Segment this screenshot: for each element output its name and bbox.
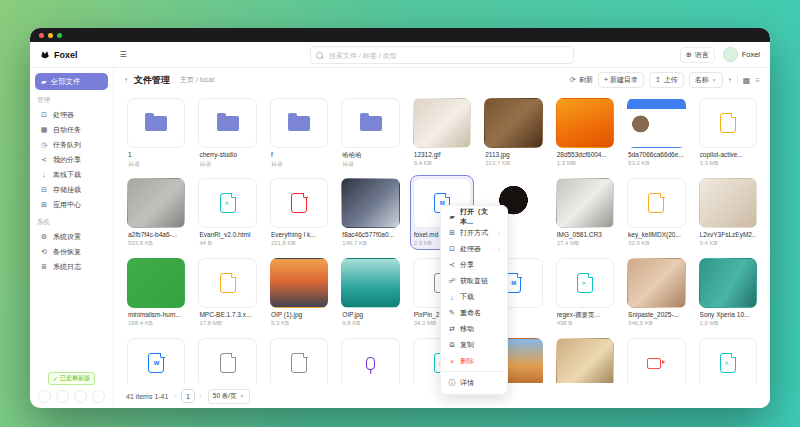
refresh-button[interactable]: ⟳ 刷新: [570, 75, 593, 85]
search-input[interactable]: [327, 51, 568, 60]
file-tile[interactable]: >_ EvanRi_v2.0.html 44 B: [195, 175, 259, 250]
folder-icon: ▰: [41, 78, 46, 86]
prev-page-button[interactable]: ‹: [174, 392, 177, 401]
file-tile[interactable]: >_: [696, 335, 760, 383]
context-menu-item-label: 重命名: [460, 308, 481, 318]
submenu-arrow-icon: ›: [498, 246, 500, 252]
context-menu-item[interactable]: × 删除: [441, 353, 507, 369]
file-tile[interactable]: >_ regex-摘要页... 438 B: [553, 255, 617, 330]
file-tile[interactable]: 5da7066ca66d6e... 53.2 KB: [624, 95, 688, 170]
current-page-button[interactable]: 1: [181, 389, 195, 403]
file-tile[interactable]: 12312.gif 9.4 KB: [410, 95, 474, 170]
file-tile[interactable]: OIP (1).jpg 5.3 KB: [267, 255, 331, 330]
update-status-badge[interactable]: ✓ 已是最新版: [48, 372, 95, 385]
sidebar-item[interactable]: ↓ 离线下载: [35, 167, 108, 182]
upload-button[interactable]: ↥ 上传: [649, 72, 684, 88]
breadcrumb[interactable]: 主页 / local: [180, 75, 214, 85]
app-logo[interactable]: Foxel: [40, 50, 78, 60]
file-tile[interactable]: L2xvY3FsLzEyM2... 9.4 KB: [696, 175, 760, 250]
sidebar-item[interactable]: ≺ 我的分享: [35, 152, 108, 167]
file-tile[interactable]: OIP.jpg 9.8 KB: [338, 255, 402, 330]
context-menu: ▰ 打开（文本... ⊞ 打开方式 › ⊡ 处理器 › ≺ 分享 ☍ 获取直链 …: [440, 205, 508, 395]
file-thumbnail: [556, 98, 614, 148]
context-menu-item[interactable]: ✎ 重命名: [441, 305, 507, 321]
navigate-up-button[interactable]: ↑: [124, 76, 128, 85]
user-name: Foxel: [742, 50, 760, 59]
file-tile[interactable]: a2fb7f4c-b4a6-... 533.8 KB: [124, 175, 188, 250]
sidebar-item[interactable]: ⊞ 应用中心: [35, 197, 108, 212]
file-tile[interactable]: cherry-studio 目录: [195, 95, 259, 170]
file-tile[interactable]: 2113.jpg 323.7 KB: [481, 95, 545, 170]
file-tile[interactable]: copilot-active... 3.3 MB: [696, 95, 760, 170]
list-view-button[interactable]: ≡: [755, 76, 760, 85]
context-menu-item[interactable]: ⊡ 处理器 ›: [441, 241, 507, 257]
sort-select[interactable]: 名称 ▼: [689, 72, 723, 88]
file-tile[interactable]: 1 目录: [124, 95, 188, 170]
file-tile[interactable]: Everything I k... 221.8 KB: [267, 175, 331, 250]
context-menu-item-label: 分享: [460, 260, 474, 270]
sidebar-footer: ✓ 已是最新版: [30, 372, 113, 403]
sidebar-item-label: 备份恢复: [53, 247, 81, 257]
file-tile[interactable]: [267, 335, 331, 383]
file-tile[interactable]: [624, 335, 688, 383]
sidebar-item[interactable]: ⚙ 系统设置: [35, 229, 108, 244]
file-thumbnail: [627, 258, 685, 308]
next-page-button[interactable]: ›: [199, 392, 202, 401]
sidebar-item[interactable]: ≣ 系统日志: [35, 259, 108, 274]
file-name: key_kellMDX(20...: [628, 231, 684, 239]
chevron-down-icon: ▼: [240, 393, 245, 399]
search-bar[interactable]: [310, 46, 574, 64]
sort-ascending-button[interactable]: ↑: [728, 76, 732, 85]
new-folder-button[interactable]: + 新建目录: [598, 72, 644, 88]
language-button[interactable]: ⊕ 语言: [680, 47, 715, 63]
sidebar-collapse-icon[interactable]: ☰: [120, 50, 127, 59]
sidebar-item[interactable]: ⟲ 备份恢复: [35, 244, 108, 259]
file-tile[interactable]: key_kellMDX(20... 30.9 KB: [624, 175, 688, 250]
file-tile[interactable]: Sony Xperia 10... 1.0 MB: [696, 255, 760, 330]
sidebar-item[interactable]: ⊟ 存储挂载: [35, 182, 108, 197]
file-tile[interactable]: Snipaste_2025-... 346.5 KB: [624, 255, 688, 330]
context-menu-item[interactable]: ⊞ 打开方式 ›: [441, 225, 507, 241]
toolbar: ⟳ 刷新 + 新建目录 ↥ 上传 名称 ▼: [570, 72, 760, 88]
file-tile[interactable]: 哈哈哈 目录: [338, 95, 402, 170]
context-menu-item[interactable]: ▰ 打开（文本...: [441, 209, 507, 225]
context-menu-item[interactable]: ⓘ 详情: [441, 371, 507, 391]
file-tile[interactable]: W: [124, 335, 188, 383]
download-icon: ↓: [448, 294, 456, 301]
file-tile[interactable]: MPC-BE.1.7.3.x... 17.8 MB: [195, 255, 259, 330]
close-window-button[interactable]: [39, 33, 44, 38]
sidebar-item[interactable]: ◷ 任务队列: [35, 137, 108, 152]
grid-view-button[interactable]: ▦: [743, 76, 751, 85]
file-thumbnail: [270, 178, 328, 228]
context-menu-item[interactable]: ≺ 分享: [441, 257, 507, 273]
file-tile[interactable]: [195, 335, 259, 383]
file-size: 346.5 KB: [628, 320, 684, 327]
context-menu-item-label: 打开（文本...: [460, 207, 496, 227]
file-tile[interactable]: f8ac46c577f0a0... 146.7 KB: [338, 175, 402, 250]
user-menu[interactable]: Foxel: [723, 47, 760, 62]
file-thumbnail: [127, 98, 185, 148]
file-tile[interactable]: 28d553dcf6004... 1.3 MB: [553, 95, 617, 170]
sidebar-item[interactable]: ⊡ 处理器: [35, 107, 108, 122]
file-tile[interactable]: f 目录: [267, 95, 331, 170]
sidebar-item-label: 系统: [37, 218, 50, 227]
context-menu-item[interactable]: ☍ 获取直链: [441, 273, 507, 289]
minimize-window-button[interactable]: [48, 33, 53, 38]
file-tile[interactable]: [553, 335, 617, 383]
file-icon: [220, 273, 236, 293]
file-icon: W: [148, 353, 164, 373]
file-tile[interactable]: [338, 335, 402, 383]
file-name: copilot-active...: [700, 151, 756, 159]
sidebar-item-all-files[interactable]: ▰ 全部文件: [35, 73, 108, 90]
context-menu-item[interactable]: ⧉ 复制: [441, 337, 507, 353]
file-tile[interactable]: minimalism-hum... 158.4 KB: [124, 255, 188, 330]
share-icon: ≺: [448, 261, 456, 269]
page-size-select[interactable]: 50 条/页 ▼: [208, 389, 250, 404]
sidebar-item[interactable]: ▦ 自动任务: [35, 122, 108, 137]
maximize-window-button[interactable]: [57, 33, 62, 38]
file-name: Snipaste_2025-...: [628, 311, 684, 319]
context-menu-item[interactable]: ↓ 下载: [441, 289, 507, 305]
context-menu-item[interactable]: ⇄ 移动: [441, 321, 507, 337]
file-tile[interactable]: IMG_0581.CR3 27.4 MB: [553, 175, 617, 250]
sidebar: ▰ 全部文件 管理 ⊡ 处理器 ▦ 自动任务 ◷ 任务队列 ≺ 我的分享 ↓ 离…: [30, 68, 114, 408]
